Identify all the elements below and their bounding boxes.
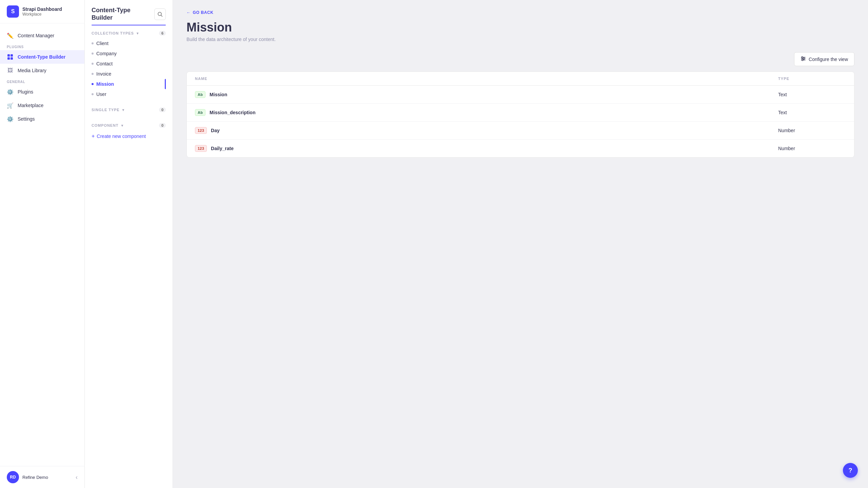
- chevron-down-icon: ▼: [120, 124, 124, 127]
- sidebar-item-media-library[interactable]: 🖼 Media Library: [0, 64, 84, 77]
- sidebar-nav: ✏️ Content Manager PLUGINS Content-Type …: [0, 23, 84, 466]
- configure-view-button[interactable]: Configure the view: [794, 52, 854, 66]
- plugins-section-label: PLUGINS: [0, 42, 84, 50]
- svg-rect-1: [11, 54, 13, 57]
- sidebar-item-label: Marketplace: [18, 103, 43, 108]
- field-badge-123: 123: [195, 127, 207, 134]
- main-inner: ← GO BACK Mission Build the data archite…: [173, 0, 868, 488]
- sidebar-item-label: Content Manager: [18, 33, 54, 38]
- bullet-icon: [92, 42, 94, 44]
- field-type: Text: [778, 92, 846, 97]
- field-type: Text: [778, 110, 846, 115]
- field-type: Number: [778, 128, 846, 133]
- app-title-block: Strapi Dashboard Workplace: [22, 6, 62, 17]
- table-row[interactable]: Ab Mission Text: [187, 86, 854, 104]
- sidebar-item-label: Media Library: [18, 68, 46, 73]
- ctb-nav-company[interactable]: Company: [92, 48, 166, 59]
- sidebar-item-plugins[interactable]: ⚙️ Plugins: [0, 85, 84, 99]
- single-type-section: SINGLE TYPE ▼ 0: [85, 102, 173, 118]
- collapse-sidebar-button[interactable]: ‹: [76, 474, 78, 481]
- table-row[interactable]: Ab Mission_description Text: [187, 104, 854, 122]
- sidebar-item-marketplace[interactable]: 🛒 Marketplace: [0, 99, 84, 112]
- page-title: Mission: [186, 20, 854, 35]
- svg-point-9: [802, 57, 803, 58]
- chevron-down-icon: ▼: [121, 108, 125, 112]
- ctb-nav-mission[interactable]: Mission: [92, 79, 166, 89]
- plus-icon: +: [92, 133, 95, 139]
- field-name: Day: [211, 128, 220, 133]
- main-content: ← GO BACK Mission Build the data archite…: [173, 0, 868, 488]
- bullet-icon: [92, 83, 94, 85]
- col-header-name: NAME: [195, 77, 778, 81]
- sidebar-item-label: Settings: [18, 116, 35, 122]
- search-icon: [157, 12, 163, 17]
- app-logo: S: [7, 5, 19, 18]
- media-library-icon: 🖼: [7, 67, 14, 74]
- toolbar: Configure the view: [186, 52, 854, 66]
- component-label[interactable]: COMPONENT ▼: [92, 123, 124, 127]
- svg-rect-2: [7, 57, 10, 60]
- general-section-label: GENERAL: [0, 77, 84, 85]
- sidebar-item-label: Content-Type Builder: [18, 54, 65, 60]
- avatar: RD: [7, 471, 19, 483]
- sliders-icon: [801, 56, 806, 62]
- create-component-link[interactable]: + Create new component: [92, 130, 166, 142]
- ctb-icon: [7, 54, 14, 60]
- sidebar-item-content-manager[interactable]: ✏️ Content Manager: [0, 29, 84, 42]
- component-header: COMPONENT ▼ 0: [92, 123, 166, 128]
- ctb-nav-user[interactable]: User: [92, 89, 166, 99]
- field-name-cell: Ab Mission_description: [195, 109, 778, 116]
- ctb-nav-client[interactable]: Client: [92, 38, 166, 48]
- help-button[interactable]: ?: [843, 463, 858, 478]
- bullet-icon: [92, 93, 94, 95]
- sidebar-item-ctb[interactable]: Content-Type Builder: [0, 50, 84, 64]
- ctb-header: Content-TypeBuilder: [85, 0, 173, 25]
- field-badge-ab: Ab: [195, 109, 205, 116]
- field-badge-123: 123: [195, 145, 207, 152]
- field-name: Mission_description: [210, 110, 255, 115]
- field-name: Mission: [210, 92, 227, 97]
- plugins-icon: ⚙️: [7, 88, 14, 95]
- ctb-search-button[interactable]: [154, 8, 166, 20]
- field-name-cell: Ab Mission: [195, 91, 778, 98]
- ctb-nav-contact[interactable]: Contact: [92, 59, 166, 69]
- svg-rect-3: [11, 57, 13, 60]
- ctb-panel: Content-TypeBuilder COLLECTION TYPES ▼ 6…: [85, 0, 173, 488]
- collection-types-header: COLLECTION TYPES ▼ 6: [92, 31, 166, 36]
- ctb-nav-invoice[interactable]: Invoice: [92, 69, 166, 79]
- go-back-link[interactable]: ← GO BACK: [186, 10, 854, 15]
- field-type: Number: [778, 146, 846, 151]
- sidebar-header: S Strapi Dashboard Workplace: [0, 0, 84, 23]
- app-name: Strapi Dashboard: [22, 6, 62, 12]
- single-type-label[interactable]: SINGLE TYPE ▼: [92, 108, 125, 112]
- arrow-left-icon: ←: [186, 10, 191, 15]
- footer-username: Refine Demo: [22, 475, 72, 480]
- field-badge-ab: Ab: [195, 91, 205, 98]
- bullet-icon: [92, 73, 94, 75]
- bullet-icon: [92, 53, 94, 55]
- content-manager-icon: ✏️: [7, 32, 14, 39]
- single-type-count: 0: [159, 107, 166, 112]
- svg-line-5: [161, 15, 162, 17]
- table-row[interactable]: 123 Daily_rate Number: [187, 140, 854, 157]
- col-header-type: TYPE: [778, 77, 846, 81]
- table-row[interactable]: 123 Day Number: [187, 122, 854, 140]
- field-name: Daily_rate: [211, 146, 234, 151]
- marketplace-icon: 🛒: [7, 102, 14, 109]
- app-workspace: Workplace: [22, 12, 62, 17]
- ctb-panel-title: Content-TypeBuilder: [92, 7, 131, 21]
- field-name-cell: 123 Daily_rate: [195, 145, 778, 152]
- svg-point-10: [803, 58, 805, 59]
- page-subtitle: Build the data architecture of your cont…: [186, 37, 854, 42]
- collection-types-section: COLLECTION TYPES ▼ 6 Client Company Cont…: [85, 25, 173, 102]
- svg-rect-0: [7, 54, 10, 57]
- component-section: COMPONENT ▼ 0 + Create new component: [85, 118, 173, 145]
- sidebar-item-settings[interactable]: ⚙️ Settings: [0, 112, 84, 126]
- table-header: NAME TYPE: [187, 72, 854, 86]
- collection-types-label[interactable]: COLLECTION TYPES ▼: [92, 31, 139, 35]
- chevron-down-icon: ▼: [136, 32, 140, 35]
- sidebar: S Strapi Dashboard Workplace ✏️ Content …: [0, 0, 85, 488]
- sidebar-footer: RD Refine Demo ‹: [0, 466, 84, 488]
- sidebar-item-label: Plugins: [18, 89, 33, 95]
- svg-point-11: [802, 59, 803, 61]
